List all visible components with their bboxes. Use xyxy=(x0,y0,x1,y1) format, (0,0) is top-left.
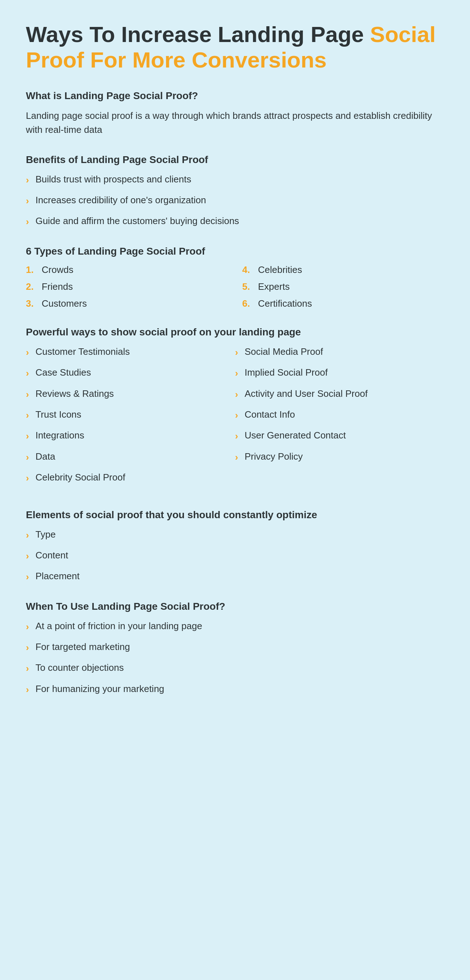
list-item-text: Social Media Proof xyxy=(245,345,323,358)
when-list: › At a point of friction in your landing… xyxy=(26,619,444,696)
list-item-text: Placement xyxy=(35,570,80,582)
list-item: › Reviews & Ratings xyxy=(26,387,235,401)
section-what-body: Landing page social proof is a way throu… xyxy=(26,109,444,137)
section-optimize-heading: Elements of social proof that you should… xyxy=(26,509,444,521)
chevron-icon: › xyxy=(26,194,29,207)
chevron-icon: › xyxy=(235,346,238,359)
list-item: › Implied Social Proof xyxy=(235,366,444,380)
section-benefits-heading: Benefits of Landing Page Social Proof xyxy=(26,154,444,165)
list-item: › Social Media Proof xyxy=(235,345,444,359)
chevron-icon: › xyxy=(26,173,29,186)
list-item-text: Customer Testimonials xyxy=(35,345,130,358)
list-number: 4. xyxy=(242,264,254,275)
chevron-icon: › xyxy=(26,528,29,541)
chevron-icon: › xyxy=(26,570,29,583)
list-item-text: User Generated Contact xyxy=(245,429,346,442)
chevron-icon: › xyxy=(235,409,238,422)
chevron-icon: › xyxy=(26,367,29,380)
ways-list: › Customer Testimonials › Social Media P… xyxy=(26,345,444,492)
list-item: 1. Crowds xyxy=(26,264,228,275)
list-item-text: Increases credibility of one's organizat… xyxy=(35,194,206,207)
section-types: 6 Types of Landing Page Social Proof 1. … xyxy=(26,246,444,309)
chevron-icon: › xyxy=(26,471,29,484)
list-item: › Builds trust with prospects and client… xyxy=(26,173,444,186)
list-item-text: Privacy Policy xyxy=(245,450,303,463)
list-item-text: Celebrity Social Proof xyxy=(35,471,126,484)
section-ways-heading: Powerful ways to show social proof on yo… xyxy=(26,326,444,338)
list-item: › User Generated Contact xyxy=(235,429,444,442)
section-when-heading: When To Use Landing Page Social Proof? xyxy=(26,601,444,612)
list-number: 5. xyxy=(242,281,254,292)
chevron-icon: › xyxy=(26,683,29,696)
list-item-text: Celebrities xyxy=(258,264,302,275)
chevron-icon: › xyxy=(26,620,29,633)
section-when: When To Use Landing Page Social Proof? ›… xyxy=(26,601,444,696)
chevron-icon: › xyxy=(26,641,29,654)
list-item: › At a point of friction in your landing… xyxy=(26,619,444,633)
list-item: › Increases credibility of one's organiz… xyxy=(26,194,444,207)
section-what-heading: What is Landing Page Social Proof? xyxy=(26,90,444,102)
list-item-text: Activity and User Social Proof xyxy=(245,387,368,400)
list-item-text: Case Studies xyxy=(35,366,91,379)
page-title: Ways To Increase Landing Page Social Pro… xyxy=(26,22,444,73)
list-item: › Placement xyxy=(26,570,444,583)
list-item-text: Data xyxy=(35,450,55,463)
list-item-text: To counter objections xyxy=(35,661,124,674)
list-item: › Trust Icons xyxy=(26,408,235,422)
list-item: › Customer Testimonials xyxy=(26,345,235,359)
list-item-text: Trust Icons xyxy=(35,408,81,421)
list-item-text: Customers xyxy=(42,298,87,309)
list-item-text: Contact Info xyxy=(245,408,295,421)
chevron-icon: › xyxy=(26,549,29,562)
section-what: What is Landing Page Social Proof? Landi… xyxy=(26,90,444,137)
list-item: › Activity and User Social Proof xyxy=(235,387,444,401)
list-item: › Data xyxy=(26,450,235,464)
chevron-icon: › xyxy=(26,451,29,464)
optimize-list: › Type › Content › Placement xyxy=(26,528,444,584)
section-optimize: Elements of social proof that you should… xyxy=(26,509,444,584)
list-item: 3. Customers xyxy=(26,298,228,309)
title-part1: Ways To Increase Landing Page xyxy=(26,22,370,47)
chevron-icon: › xyxy=(235,367,238,380)
chevron-icon: › xyxy=(26,662,29,675)
types-list: 1. Crowds 4. Celebrities 2. Friends 5. E… xyxy=(26,264,444,309)
list-number: 3. xyxy=(26,298,37,309)
chevron-icon: › xyxy=(235,451,238,464)
list-item: › To counter objections xyxy=(26,661,444,675)
list-item: 5. Experts xyxy=(242,281,444,292)
chevron-icon: › xyxy=(26,388,29,401)
section-ways: Powerful ways to show social proof on yo… xyxy=(26,326,444,492)
list-item: 6. Certifications xyxy=(242,298,444,309)
list-number: 2. xyxy=(26,281,37,292)
list-item: › Case Studies xyxy=(26,366,235,380)
chevron-icon: › xyxy=(26,215,29,228)
list-item: 2. Friends xyxy=(26,281,228,292)
list-item-text: Content xyxy=(35,549,68,562)
list-item: 4. Celebrities xyxy=(242,264,444,275)
list-item-text: For targeted marketing xyxy=(35,640,130,653)
list-item: › Content xyxy=(26,549,444,562)
chevron-icon: › xyxy=(26,346,29,359)
chevron-icon: › xyxy=(26,409,29,422)
list-item-text: Friends xyxy=(42,281,73,292)
list-item: › Type xyxy=(26,528,444,541)
list-item-text: Guide and affirm the customers' buying d… xyxy=(35,215,239,228)
list-item-text: Crowds xyxy=(42,264,73,275)
section-types-heading: 6 Types of Landing Page Social Proof xyxy=(26,246,444,257)
chevron-icon: › xyxy=(26,430,29,442)
benefits-list: › Builds trust with prospects and client… xyxy=(26,173,444,228)
list-item: › For humanizing your marketing xyxy=(26,682,444,696)
list-number: 1. xyxy=(26,264,37,275)
list-item-text: Builds trust with prospects and clients xyxy=(35,173,191,186)
list-item-text: For humanizing your marketing xyxy=(35,682,164,695)
list-number: 6. xyxy=(242,298,254,309)
list-item: › Integrations xyxy=(26,429,235,442)
list-item-text: Type xyxy=(35,528,56,541)
list-item-text: Reviews & Ratings xyxy=(35,387,114,400)
list-item: › Privacy Policy xyxy=(235,450,444,464)
chevron-icon: › xyxy=(235,388,238,401)
list-item-text: Experts xyxy=(258,281,290,292)
chevron-icon: › xyxy=(235,430,238,442)
list-item-text: Implied Social Proof xyxy=(245,366,328,379)
list-item: › Guide and affirm the customers' buying… xyxy=(26,215,444,228)
